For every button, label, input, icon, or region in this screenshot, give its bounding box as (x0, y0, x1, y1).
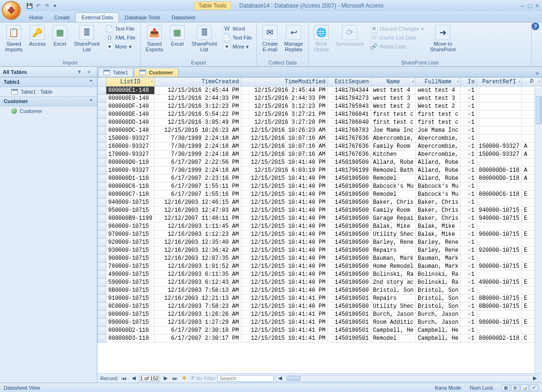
row-selector[interactable] (98, 103, 106, 111)
cell[interactable]: west test 4 (416, 87, 461, 95)
office-button[interactable]: ❖ (2, 1, 21, 20)
cell[interactable]: Balak, Mike (416, 231, 461, 239)
column-dropdown-icon[interactable]: ▾ (538, 79, 541, 84)
column-dropdown-icon[interactable]: ▾ (237, 79, 239, 84)
cell[interactable]: Allard, Robe (416, 159, 461, 167)
cell[interactable]: 1450190501 (327, 319, 371, 327)
create-email-button[interactable]: ✉Create E-mail (260, 24, 280, 54)
column-header-editsequen[interactable]: EditSequen▾ (327, 78, 371, 87)
table-row[interactable]: 800000DC-14812/15/2016 10:26:23 AM12/15/… (98, 127, 542, 135)
cell[interactable]: 12/15/2015 10:41:40 PM (241, 215, 327, 223)
cell[interactable]: 1450190500 (327, 239, 371, 247)
cell[interactable]: Bristol, Son (416, 303, 461, 311)
cell[interactable]: 800000D2-118 (477, 335, 522, 343)
row-selector[interactable] (98, 263, 106, 271)
row-selector[interactable] (98, 303, 106, 311)
cell[interactable]: 12/15/2015 10:41:40 PM (241, 191, 327, 199)
cell[interactable]: 1481786841 (327, 111, 371, 119)
menu-tab-create[interactable]: Create (48, 13, 75, 22)
cell[interactable] (477, 287, 522, 295)
table-row[interactable]: 800000E0-14812/15/2016 2:44:33 PM12/15/2… (98, 95, 542, 103)
cell[interactable]: 12/16/2003 12:47:03 AM (154, 207, 241, 215)
cell[interactable]: Burch, Jason (371, 311, 415, 319)
cell[interactable]: -1 (461, 151, 477, 159)
cell[interactable]: -1 (461, 327, 477, 335)
cell[interactable]: Babcock's Mu (416, 191, 461, 199)
qat-dropdown-icon[interactable]: ▾ (52, 2, 58, 9)
cell[interactable]: 12/15/2016 3:05:49 PM (154, 119, 241, 127)
cell[interactable]: 800000E1-148 (106, 87, 155, 95)
menu-tab-home[interactable]: Home (24, 13, 48, 22)
cell[interactable]: Remodel (371, 191, 415, 199)
cell[interactable]: 1450190501 (327, 311, 371, 319)
vertical-scrollbar[interactable] (534, 88, 542, 373)
cell[interactable]: 12/15/2015 10:41:41 PM (241, 295, 327, 303)
new-record-button[interactable]: ✱ (181, 375, 188, 382)
cell[interactable]: 12/15/2015 10:41:41 PM (241, 335, 327, 343)
search-input[interactable] (217, 375, 274, 382)
nav-group-header[interactable]: Table1⌃ (0, 77, 97, 87)
menu-tab-external-data[interactable]: External Data (75, 12, 119, 22)
cell[interactable]: West test 2 (416, 103, 461, 111)
cell[interactable]: 800000E0-148 (106, 95, 155, 103)
table-row[interactable]: 980000-1071512/16/2003 1:26:26 AM12/15/2… (98, 311, 542, 319)
cell[interactable] (477, 95, 522, 103)
cell[interactable]: Bolinski, Ra (371, 271, 415, 279)
cell[interactable]: 990000-10715 (106, 319, 155, 327)
row-selector[interactable] (98, 167, 106, 175)
cell[interactable]: 910000-10715 (106, 295, 155, 303)
cell[interactable]: 1450190500 (327, 207, 371, 215)
cell[interactable] (477, 255, 522, 263)
cell[interactable]: 1450190500 (327, 263, 371, 271)
row-selector[interactable] (98, 111, 106, 119)
cell[interactable]: 12/15/2015 10:41:40 PM (241, 287, 327, 295)
cell[interactable]: Campbell, He (416, 327, 461, 335)
first-record-button[interactable]: ⏮ (120, 375, 128, 382)
cell[interactable]: 800000D3-118 (106, 335, 155, 343)
cell[interactable]: -1 (461, 279, 477, 287)
cell[interactable]: -1 (461, 175, 477, 183)
table-row[interactable]: 780000-1071512/16/2003 1:01:52 AM12/15/2… (98, 263, 542, 271)
cell[interactable]: -1 (461, 143, 477, 151)
cell[interactable]: 980000-10715 (106, 311, 155, 319)
cell[interactable]: 12/16/2003 12:21:13 AM (154, 295, 241, 303)
cell[interactable]: 1450190500 (327, 279, 371, 287)
cell[interactable]: 800000DF-148 (106, 103, 155, 111)
cell[interactable]: 920000-10715 (106, 239, 155, 247)
cell[interactable]: 800000DC-148 (106, 127, 155, 135)
cell[interactable]: -1 (461, 95, 477, 103)
cell[interactable]: Family Room (371, 207, 415, 215)
cell[interactable]: 12/15/2016 2:45:44 PM (241, 87, 327, 95)
saved-imports-button[interactable]: 📋Saved Imports (3, 24, 25, 54)
row-selector[interactable] (98, 327, 106, 335)
cell[interactable]: 12/16/2003 7:58:23 AM (154, 303, 241, 311)
cell[interactable]: 12/16/2003 1:26:26 AM (154, 311, 241, 319)
cell[interactable]: 12/15/2015 10:41:41 PM (241, 327, 327, 335)
next-record-button[interactable]: ▶ (162, 375, 169, 382)
cell[interactable]: -1 (461, 223, 477, 231)
cell[interactable]: 12/15/2015 10:41:40 PM (241, 183, 327, 191)
import-xml-button[interactable]: ⟨⟩XML File (104, 33, 137, 42)
cell[interactable]: 12/15/2016 10:26:23 AM (241, 127, 327, 135)
nav-item[interactable]: Table1 : Table (0, 87, 97, 96)
cell[interactable]: 12/16/2003 12:46:15 AM (154, 199, 241, 207)
cell[interactable]: 800000DD-148 (106, 119, 155, 127)
cell[interactable]: -1 (461, 335, 477, 343)
cell[interactable]: Bauman, Mark (371, 255, 415, 263)
scroll-right-button[interactable]: ▶ (531, 375, 539, 382)
column-header-name[interactable]: Name▾ (371, 78, 415, 87)
cell[interactable]: 12/16/2003 1:12:23 AM (154, 231, 241, 239)
design-view-button[interactable]: ✐ (530, 384, 538, 391)
cell[interactable]: Burch, Jason (416, 311, 461, 319)
cell[interactable]: 1450190500 (327, 183, 371, 191)
menu-tab-datasheet[interactable]: Datasheet (166, 13, 201, 22)
cell[interactable] (477, 103, 522, 111)
cell[interactable]: Bauman, Mark (416, 263, 461, 271)
cell[interactable]: -1 (461, 199, 477, 207)
cell[interactable]: 12/15/2015 10:41:40 PM (241, 223, 327, 231)
cell[interactable]: 1450190500 (327, 231, 371, 239)
table-row[interactable]: 800000C6-1186/17/2007 1:55:11 PM12/15/20… (98, 183, 542, 191)
table-row[interactable]: 990000-1071512/16/2003 1:27:29 AM12/15/2… (98, 319, 542, 327)
cell[interactable]: -1 (461, 303, 477, 311)
row-selector[interactable] (98, 215, 106, 223)
